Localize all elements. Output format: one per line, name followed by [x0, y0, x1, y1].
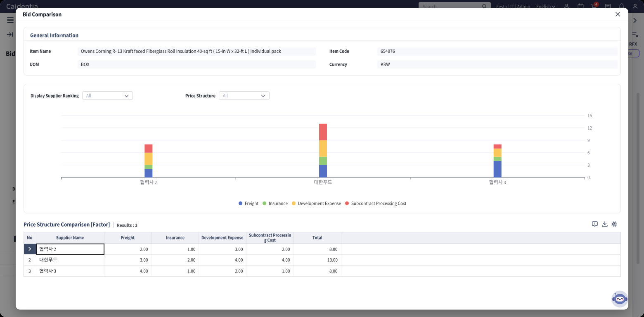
development-expense-cell[interactable] — [199, 265, 246, 277]
col-development-expense[interactable] — [199, 232, 246, 244]
insurance-cell[interactable] — [152, 255, 199, 266]
supplier-name-cell[interactable] — [36, 265, 104, 277]
development-expense-cell[interactable] — [199, 255, 246, 266]
table-row[interactable] — [24, 244, 620, 255]
item-code-label — [329, 48, 349, 54]
row-number-cell[interactable] — [24, 255, 36, 266]
subcontract-processing-cost-cell[interactable] — [246, 265, 294, 277]
insurance-cell[interactable] — [152, 265, 199, 277]
price-structure-table — [24, 232, 621, 277]
row-expand-cell[interactable] — [24, 244, 36, 255]
bid-comparison-modal — [16, 8, 628, 310]
filler-cell — [341, 255, 620, 266]
col-insurance[interactable] — [152, 232, 199, 244]
item-name-value — [78, 47, 316, 56]
general-information-card — [24, 27, 621, 76]
filler-cell — [341, 265, 620, 277]
development-expense-dot — [292, 201, 296, 205]
table-toolbar — [592, 221, 621, 227]
col-total[interactable] — [294, 232, 341, 244]
chevron-down-icon — [124, 95, 129, 98]
supplier-name-cell[interactable] — [36, 255, 104, 266]
price-structure-select[interactable] — [219, 91, 270, 100]
insurance-cell[interactable] — [152, 244, 199, 255]
gear-icon[interactable] — [611, 221, 618, 227]
display-supplier-ranking-select[interactable] — [82, 91, 133, 100]
col-freight[interactable] — [104, 232, 152, 244]
modal-title — [23, 11, 62, 18]
currency-value — [377, 60, 618, 69]
total-cell[interactable] — [294, 255, 341, 266]
close-icon[interactable] — [614, 11, 621, 18]
general-information-title — [30, 32, 78, 38]
subcontract-processing-cost-dot — [345, 201, 349, 205]
col-subcontract-processing-cost[interactable] — [246, 232, 294, 244]
uom-label — [30, 62, 39, 67]
card-divider — [24, 40, 620, 41]
legend-item-development-expense[interactable] — [292, 201, 341, 206]
modal-header — [16, 8, 628, 20]
col-no[interactable] — [24, 232, 36, 244]
legend-item-insurance[interactable] — [263, 201, 288, 206]
legend-item-freight[interactable] — [239, 201, 258, 206]
row-number-cell[interactable] — [24, 265, 36, 277]
currency-label — [329, 62, 347, 67]
col-filler — [341, 232, 620, 244]
chevron-down-icon — [261, 95, 265, 98]
table-header-row — [24, 232, 620, 244]
uom-value — [78, 60, 316, 69]
insurance-dot — [263, 201, 266, 205]
chart-legend — [24, 201, 621, 206]
results-count — [117, 222, 137, 228]
app-window — [0, 0, 644, 317]
chart-card — [24, 84, 621, 213]
download-icon[interactable] — [601, 221, 608, 227]
freight-dot — [239, 201, 242, 205]
section-separator — [113, 222, 114, 227]
display-supplier-ranking-label — [31, 93, 79, 99]
item-name-label — [30, 48, 51, 54]
development-expense-cell[interactable] — [199, 244, 246, 255]
item-code-value — [377, 47, 618, 56]
price-structure-label — [185, 93, 215, 99]
freight-cell[interactable] — [104, 265, 152, 277]
freight-cell[interactable] — [104, 244, 152, 255]
chatbot-button[interactable] — [611, 291, 628, 308]
supplier-name-cell[interactable] — [36, 244, 104, 255]
subcontract-processing-cost-cell[interactable] — [246, 244, 294, 255]
chevron-right-icon — [28, 247, 32, 251]
comparison-section-title — [24, 221, 110, 228]
col-supplier-name[interactable] — [36, 232, 104, 244]
freight-cell[interactable] — [104, 255, 152, 266]
total-cell[interactable] — [294, 265, 341, 277]
legend-item-subcontract-processing-cost[interactable] — [345, 201, 407, 206]
antenna-dot — [615, 293, 616, 294]
total-cell[interactable] — [294, 244, 341, 255]
table-row[interactable] — [24, 265, 620, 277]
stacked-bar-chart — [24, 105, 621, 194]
subcontract-processing-cost-cell[interactable] — [246, 255, 294, 266]
table-row[interactable] — [24, 255, 620, 266]
info-tooltip-icon[interactable] — [592, 221, 598, 227]
filler-cell — [341, 244, 620, 255]
